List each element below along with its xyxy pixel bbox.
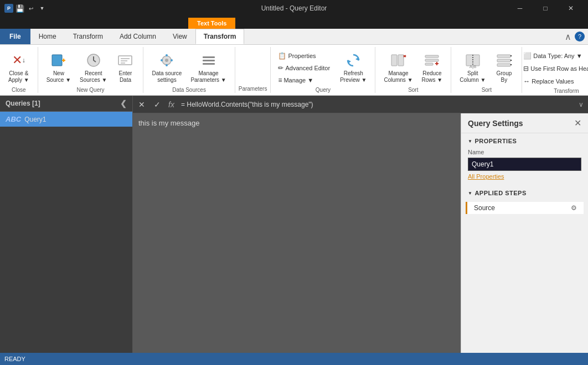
close-button[interactable]: ✕ [558, 0, 584, 17]
svg-point-12 [161, 59, 163, 61]
data-type-button[interactable]: ⬜ Data Type: Any ▼ [520, 50, 588, 61]
svg-text:A|B: A|B [469, 64, 476, 69]
query-item-name: Query1 [24, 116, 46, 123]
enter-data-label: EnterData [119, 70, 132, 84]
formula-expand-button[interactable]: ∨ [576, 101, 586, 108]
help-button[interactable]: ? [575, 32, 585, 41]
tab-home[interactable]: Home [30, 29, 65, 44]
svg-marker-17 [355, 57, 359, 61]
advanced-editor-button[interactable]: ✏ Advanced Editor [275, 62, 333, 74]
svg-rect-0 [52, 55, 62, 66]
manage-columns-button[interactable]: ManageColumns ▼ [380, 49, 416, 86]
applied-steps-section-header: ▼ APPLIED STEPS [461, 185, 588, 199]
save-icon[interactable]: 💾 [16, 4, 24, 13]
manage-columns-label: ManageColumns ▼ [384, 70, 412, 84]
svg-rect-4 [118, 56, 132, 65]
tab-transform[interactable]: Transform [65, 29, 111, 44]
tab-transform-active[interactable]: Transform [195, 29, 245, 44]
sort-items: ManageColumns ▼ ReduceRows ▼ [379, 47, 447, 86]
svg-point-13 [171, 59, 173, 61]
tab-add-column[interactable]: Add Column [111, 29, 164, 44]
preview-text: this is my message [138, 119, 200, 127]
step-source[interactable]: Source ⚙ [466, 202, 584, 214]
query-settings-panel: Query Settings ✕ ▼ PROPERTIES Name All P… [461, 113, 588, 353]
refresh-preview-button[interactable]: RefreshPreview ▼ [336, 49, 370, 86]
formula-fx-label: fx [166, 100, 177, 109]
recent-sources-button[interactable]: RecentSources ▼ [76, 49, 111, 86]
window-controls: ─ □ ✕ [507, 0, 584, 17]
group-by-label: GroupBy [496, 70, 512, 84]
data-sources-label: Data Sources [172, 86, 206, 94]
manage-icon: ≡ [278, 76, 282, 84]
name-input[interactable] [468, 158, 581, 171]
manage-parameters-button[interactable]: ManageParameters ▼ [187, 49, 230, 86]
manage-button[interactable]: ≡ Manage ▼ [275, 75, 333, 86]
query-settings-header: Query Settings ✕ [461, 113, 588, 133]
minimize-button[interactable]: ─ [507, 0, 533, 17]
properties-section-header: ▼ PROPERTIES [461, 133, 588, 147]
advanced-editor-icon: ✏ [278, 64, 283, 72]
svg-rect-31 [497, 55, 510, 58]
dropdown-icon[interactable]: ▼ [38, 4, 47, 13]
step-source-name: Source [474, 204, 495, 212]
svg-rect-24 [425, 59, 439, 61]
step-source-gear[interactable]: ⚙ [571, 204, 577, 212]
queries-collapse-button[interactable]: ❮ [120, 99, 127, 108]
applied-steps-triangle: ▼ [468, 191, 472, 196]
ribbon-group-parameters: Parameters [235, 47, 271, 93]
tab-file[interactable]: File [0, 29, 30, 44]
replace-values-button[interactable]: ↔ Replace Values [520, 76, 588, 87]
maximize-button[interactable]: □ [533, 0, 558, 17]
close-apply-label: Close &Apply ▼ [8, 70, 29, 84]
query-settings-title: Query Settings [468, 119, 523, 128]
query-item[interactable]: ABC Query1 [0, 112, 132, 127]
recent-sources-icon [85, 51, 102, 69]
transform-group-label: Transform [554, 87, 579, 95]
new-source-label: NewSource ▼ [47, 70, 71, 84]
all-properties-link[interactable]: All Properties [461, 172, 588, 181]
content-settings-split: this is my message Query Settings ✕ ▼ PR… [133, 113, 588, 353]
ribbon-tabs: File Home Transform Add Column View Tran… [0, 29, 588, 44]
split-column-label: SplitColumn ▼ [460, 70, 486, 84]
data-sources-items: Data sourcesettings ManageParameters ▼ [147, 47, 231, 86]
content-area: this is my message [133, 113, 461, 353]
ribbon-group-data-sources: Data sourcesettings ManageParameters ▼ D… [143, 47, 235, 93]
enter-data-button[interactable]: EnterData [112, 49, 138, 86]
data-type-icon: ⬜ [523, 52, 532, 60]
contextual-tab-bar: Text Tools [0, 17, 588, 29]
svg-point-9 [165, 59, 168, 62]
data-type-label: Data Type: Any ▼ [533, 53, 582, 59]
replace-values-icon: ↔ [523, 77, 530, 85]
data-source-settings-button[interactable]: Data sourcesettings [148, 49, 185, 86]
new-source-icon [50, 51, 68, 69]
svg-rect-16 [203, 63, 215, 65]
properties-label: Properties [288, 53, 316, 59]
data-source-settings-label: Data sourcesettings [152, 70, 182, 84]
svg-rect-25 [425, 63, 433, 65]
use-first-row-button[interactable]: ⊟ Use First Row as Headers ▼ [520, 63, 588, 74]
group-by-button[interactable]: GroupBy [491, 49, 517, 86]
formula-input[interactable] [179, 100, 574, 109]
reduce-rows-button[interactable]: ReduceRows ▼ [418, 49, 447, 86]
reduce-rows-icon [423, 51, 441, 69]
editor-area: ✕ ✓ fx ∨ this is my message Query Settin… [133, 96, 588, 353]
svg-rect-32 [497, 59, 510, 62]
svg-marker-18 [348, 60, 351, 64]
undo-icon[interactable]: ↩ [27, 4, 35, 13]
properties-icon: 📋 [278, 52, 286, 60]
ribbon-collapse[interactable]: ∧ [565, 32, 571, 42]
new-query-items: NewSource ▼ RecentSources ▼ [42, 47, 140, 86]
title-bar: P 💾 ↩ ▼ Untitled - Query Editor ─ □ ✕ [0, 0, 588, 17]
app-icon: P [4, 4, 13, 13]
formula-cancel-button[interactable]: ✕ [135, 98, 148, 111]
close-apply-button[interactable]: ✕↓ Close &Apply ▼ [4, 49, 33, 86]
properties-button[interactable]: 📋 Properties [275, 50, 333, 61]
split-column-button[interactable]: A|B SplitColumn ▼ [456, 49, 489, 86]
formula-confirm-button[interactable]: ✓ [151, 98, 164, 111]
tab-view[interactable]: View [164, 29, 195, 44]
advanced-editor-label: Advanced Editor [285, 65, 330, 71]
new-source-button[interactable]: NewSource ▼ [43, 49, 75, 86]
query-settings-close-button[interactable]: ✕ [574, 118, 581, 128]
sort-group-label: Sort [408, 86, 418, 94]
ribbon-content: ✕↓ Close &Apply ▼ Close NewSource [0, 44, 588, 95]
